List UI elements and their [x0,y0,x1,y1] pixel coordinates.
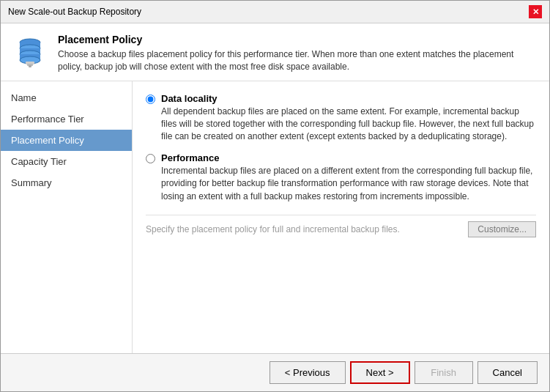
radio-group: Data locality All dependent backup files… [146,93,536,203]
data-locality-option: Data locality All dependent backup files… [146,93,536,144]
data-locality-desc: All dependent backup files are placed on… [161,106,536,144]
sidebar: Name Performance Tier Placement Policy C… [1,81,133,353]
header-icon [12,34,48,69]
close-button[interactable]: ✕ [529,5,542,18]
data-locality-content: Data locality All dependent backup files… [161,93,536,144]
placement-hint-text: Specify the placement policy for full an… [146,224,400,234]
title-bar: New Scale-out Backup Repository ✕ [1,1,549,23]
placement-hint-area: Specify the placement policy for full an… [146,215,536,243]
sidebar-item-summary[interactable]: Summary [1,172,132,193]
content-area: Data locality All dependent backup files… [133,81,549,353]
header-title: Placement Policy [58,34,538,45]
header-text: Placement Policy Choose a backup files p… [58,34,538,73]
data-locality-radio[interactable] [146,95,155,104]
footer: < Previous Next > Finish Cancel [1,353,549,391]
previous-button[interactable]: < Previous [270,361,346,384]
main-layout: Name Performance Tier Placement Policy C… [1,81,549,353]
dialog-window: New Scale-out Backup Repository ✕ Pl [0,0,550,392]
window-title: New Scale-out Backup Repository [8,7,141,17]
customize-button[interactable]: Customize... [468,221,536,237]
performance-content: Performance Incremental backup files are… [161,152,536,203]
sidebar-item-name[interactable]: Name [1,87,132,108]
performance-radio[interactable] [146,154,155,163]
performance-desc: Incremental backup files are placed on a… [161,165,536,203]
header-description: Choose a backup files placement policy f… [58,48,538,73]
next-button[interactable]: Next > [350,361,410,384]
sidebar-item-performance-tier[interactable]: Performance Tier [1,108,132,130]
dialog-header: Placement Policy Choose a backup files p… [1,23,549,81]
svg-rect-9 [29,65,31,67]
cancel-button[interactable]: Cancel [477,361,538,384]
sidebar-item-placement-policy[interactable]: Placement Policy [1,130,132,151]
data-locality-label: Data locality [161,93,536,104]
performance-option: Performance Incremental backup files are… [146,152,536,203]
repository-icon [12,34,48,69]
performance-label: Performance [161,152,536,163]
finish-button[interactable]: Finish [415,361,473,384]
sidebar-item-capacity-tier[interactable]: Capacity Tier [1,151,132,172]
